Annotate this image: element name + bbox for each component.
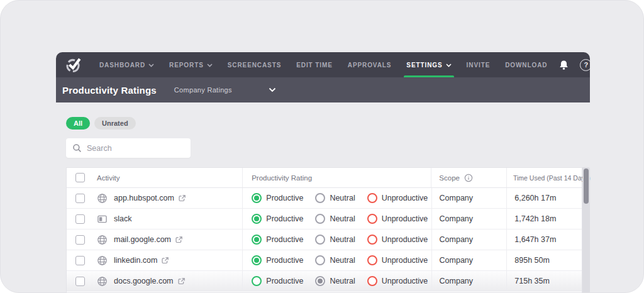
radio-button[interactable] (315, 214, 325, 224)
nav-right-group: ? Time Doctor O... AS (555, 52, 590, 77)
nav-item-edit-time[interactable]: EDIT TIME (289, 52, 340, 77)
select-all-checkbox[interactable] (75, 173, 85, 182)
rating-option-productive[interactable]: Productive (252, 235, 303, 245)
radio-button[interactable] (252, 193, 262, 203)
nav-item-dashboard[interactable]: DASHBOARD (92, 52, 162, 77)
globe-icon (97, 276, 108, 287)
activity-label: app.hubspot.com (114, 194, 174, 202)
radio-button[interactable] (252, 214, 262, 224)
globe-icon (97, 193, 108, 204)
radio-button[interactable] (367, 214, 377, 224)
table-row: app.hubspot.com Productive Neutral Unpro… (67, 188, 582, 209)
scope-value: Company (440, 256, 474, 265)
rating-option-productive[interactable]: Productive (252, 214, 303, 224)
nav-item-reports[interactable]: REPORTS (162, 52, 220, 77)
rating-option-neutral[interactable]: Neutral (315, 235, 355, 245)
row-checkbox[interactable] (75, 214, 85, 224)
column-header-activity: Activity (97, 174, 119, 182)
page-title: Productivity Ratings (62, 85, 157, 96)
radio-button[interactable] (315, 235, 325, 245)
nav-menu: DASHBOARD REPORTS SCREENCASTS EDIT TIME … (92, 52, 555, 77)
row-checkbox[interactable] (75, 277, 85, 286)
radio-button[interactable] (252, 276, 262, 286)
ratings-scope-dropdown[interactable]: Company Ratings (174, 86, 276, 94)
table-row: slack Productive Neutral Unproductive Co… (67, 209, 582, 229)
radio-button[interactable] (367, 276, 377, 286)
radio-button[interactable] (252, 255, 262, 265)
external-link-icon[interactable] (178, 194, 186, 202)
rating-option-unproductive[interactable]: Unproductive (367, 193, 428, 203)
radio-button[interactable] (315, 276, 325, 286)
filter-pill-all[interactable]: All (66, 117, 90, 130)
rating-options: Productive Neutral Unproductive (243, 250, 431, 270)
nav-item-download[interactable]: DOWNLOAD (497, 52, 555, 77)
rating-option-unproductive[interactable]: Unproductive (367, 276, 428, 286)
row-checkbox[interactable] (75, 194, 85, 203)
row-checkbox[interactable] (75, 235, 85, 245)
search-input[interactable] (87, 144, 181, 153)
radio-button[interactable] (315, 193, 325, 203)
help-icon[interactable]: ? (580, 59, 590, 71)
rating-option-productive[interactable]: Productive (252, 276, 303, 286)
scrollbar-thumb[interactable] (584, 169, 589, 204)
time-doctor-logo-icon[interactable] (65, 57, 82, 74)
nav-item-approvals[interactable]: APPROVALS (340, 52, 399, 77)
chevron-down-icon (207, 64, 213, 67)
info-icon[interactable] (464, 174, 473, 182)
time-used-value: 6,260h 17m (514, 194, 556, 202)
top-navbar: DASHBOARD REPORTS SCREENCASTS EDIT TIME … (56, 52, 590, 77)
app-window-icon (97, 214, 108, 224)
ratings-table: Activity Productivity Rating Scope (66, 167, 590, 293)
scope-value: Company (440, 214, 474, 223)
filter-pill-unrated[interactable]: Unrated (94, 117, 136, 130)
external-link-icon[interactable] (175, 236, 183, 244)
column-header-scope: Scope (439, 174, 460, 182)
rating-option-unproductive[interactable]: Unproductive (367, 214, 428, 224)
radio-button[interactable] (252, 235, 262, 245)
search-box (66, 138, 191, 158)
radio-button[interactable] (367, 255, 377, 265)
rating-option-unproductive[interactable]: Unproductive (367, 255, 428, 265)
table-row: docs.google.com Productive Neutral Unpro… (67, 271, 582, 292)
subheader: Productivity Ratings Company Ratings (56, 77, 590, 102)
rating-option-neutral[interactable]: Neutral (315, 193, 355, 203)
chevron-down-icon (446, 64, 452, 67)
radio-button[interactable] (315, 255, 325, 265)
radio-button[interactable] (367, 235, 377, 245)
scrollbar-track[interactable] (582, 167, 590, 293)
rating-option-productive[interactable]: Productive (252, 255, 303, 265)
time-used-value: 715h 35m (514, 277, 550, 285)
time-used-value: 895h 50m (514, 256, 550, 265)
page-canvas: DASHBOARD REPORTS SCREENCASTS EDIT TIME … (0, 0, 644, 293)
nav-item-settings[interactable]: SETTINGS (399, 52, 458, 77)
table-body: app.hubspot.com Productive Neutral Unpro… (67, 188, 582, 292)
search-icon (72, 143, 82, 153)
rating-option-neutral[interactable]: Neutral (315, 255, 355, 265)
app-window: DASHBOARD REPORTS SCREENCASTS EDIT TIME … (56, 52, 590, 293)
scope-value: Company (440, 277, 474, 285)
external-link-icon[interactable] (177, 277, 186, 285)
row-checkbox[interactable] (75, 256, 85, 265)
content-area: All Unrated Activity (56, 102, 590, 293)
rating-options: Productive Neutral Unproductive (243, 229, 431, 250)
rating-option-productive[interactable]: Productive (252, 193, 303, 203)
time-used-value: 1,647h 37m (514, 235, 556, 244)
chevron-down-icon (269, 87, 276, 92)
table-header-row: Activity Productivity Rating Scope (67, 168, 582, 188)
rating-option-neutral[interactable]: Neutral (315, 214, 355, 224)
chevron-down-icon (148, 64, 154, 67)
filter-pills: All Unrated (66, 117, 590, 130)
notifications-bell-icon[interactable] (558, 60, 569, 70)
external-link-icon[interactable] (161, 257, 169, 265)
rating-option-neutral[interactable]: Neutral (315, 276, 355, 286)
radio-button[interactable] (367, 193, 377, 203)
rating-option-unproductive[interactable]: Unproductive (367, 235, 428, 245)
time-used-value: 1,742h 18m (514, 214, 556, 223)
activity-label: slack (114, 214, 131, 223)
table-row: linkedin.com Productive Neutral Unproduc… (67, 250, 582, 271)
rating-options: Productive Neutral Unproductive (243, 271, 431, 291)
nav-item-screencasts[interactable]: SCREENCASTS (220, 52, 289, 77)
activity-label: mail.google.com (114, 235, 171, 244)
nav-item-invite[interactable]: INVITE (459, 52, 498, 77)
activity-label: linkedin.com (114, 256, 157, 265)
